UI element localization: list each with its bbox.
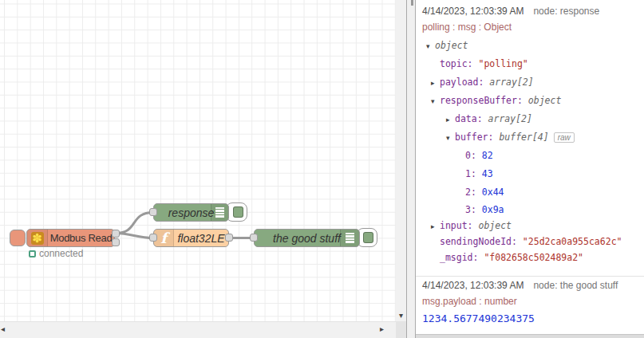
scrollbar-corner [396, 321, 406, 338]
debug-message[interactable]: 4/14/2023, 12:03:39 AMnode: response pol… [416, 0, 644, 277]
node-function-float32le[interactable]: f float32LE [153, 229, 229, 247]
tree-value: 0x9a [482, 204, 504, 215]
tree-key: buffer: [455, 132, 499, 143]
float32-output-port[interactable] [225, 234, 233, 242]
message-timestamp: 4/14/2023, 12:03:39 AM [422, 6, 523, 17]
collapse-arrow-icon[interactable]: ▾ [446, 129, 455, 147]
sidebar-splitter[interactable] [406, 0, 416, 338]
debug-icon-region [340, 230, 359, 246]
scroll-left-arrow-icon[interactable]: ◂ [1, 324, 5, 333]
tree-key: 2: [465, 187, 482, 198]
debug-tree-row[interactable]: ▸payload: array[2] [422, 73, 638, 92]
function-icon: f [160, 230, 167, 246]
message-payload-number: 1234.5677490234375 [422, 312, 638, 326]
scroll-right-arrow-icon[interactable]: ▸ [380, 324, 384, 333]
tree-key: 1: [465, 168, 482, 179]
modbus-icon-region: ✽ [27, 230, 48, 246]
debug-toggle-inner [363, 232, 373, 243]
node-debug-response[interactable]: response [153, 203, 229, 222]
tree-key: data: [455, 113, 488, 124]
tree-type: object [435, 40, 468, 51]
expand-arrow-icon[interactable]: ▸ [431, 218, 440, 234]
flow-canvas[interactable]: ✽ Modbus Read connected response f float… [0, 0, 396, 321]
tree-value: 43 [482, 168, 493, 179]
debug-lines-icon [346, 233, 354, 244]
tree-type: object [528, 95, 562, 106]
debug-tree-row[interactable]: ▸input: object [422, 218, 638, 234]
response-input-port[interactable] [149, 208, 157, 216]
tree-type: object [478, 220, 512, 231]
node-label: float32LE [174, 230, 228, 246]
modbus-icon: ✽ [31, 232, 44, 245]
tree-key: responseBuffer: [440, 95, 528, 106]
debug-toggle-response[interactable] [226, 202, 247, 222]
modbus-read-button[interactable] [10, 230, 26, 246]
debug-tree-row: _msgid: "f082658c502489a2" [422, 250, 638, 265]
message-source-node: node: response [533, 6, 599, 17]
expand-arrow-icon[interactable]: ▸ [431, 74, 440, 92]
float32-input-port[interactable] [149, 234, 157, 242]
debug-tree-row[interactable]: ▾object [422, 37, 638, 55]
raw-badge-button[interactable]: raw [554, 132, 575, 143]
debug-tree-row: sendingNodeId: "25d2ca0a955ca62c" [422, 234, 638, 250]
debug-tree-row: 1: 43 [422, 165, 638, 183]
wire-modbus-float32[interactable] [116, 234, 153, 238]
debug-tree-row: 0: 82 [422, 147, 638, 165]
tree-value: "25d2ca0a955ca62c" [523, 236, 622, 247]
splitter-thumb[interactable] [411, 0, 413, 6]
tree-type: array[2] [488, 113, 532, 124]
scroll-down-arrow-icon[interactable]: ▾ [396, 311, 406, 320]
tree-key: topic: [440, 58, 478, 69]
canvas-horizontal-scrollbar[interactable]: ◂ ▸ [0, 321, 396, 338]
message-meta: msg.payload : number [422, 295, 638, 308]
tree-key: input: [440, 220, 478, 231]
debug-tree-row: 3: 0x9a [422, 202, 638, 218]
debug-tree-row: 2: 0x44 [422, 183, 638, 202]
debug-icon-region [211, 204, 228, 221]
debug-tree-row[interactable]: ▾responseBuffer: object [422, 92, 638, 110]
tree-key: 3: [465, 204, 482, 215]
wire-modbus-response[interactable] [116, 213, 153, 234]
tree-value: "polling" [478, 58, 527, 69]
collapse-arrow-icon[interactable]: ▾ [431, 92, 440, 111]
tree-value: "f082658c502489a2" [484, 252, 583, 263]
debug-sidebar: 4/14/2023, 12:03:39 AMnode: response pol… [416, 0, 644, 338]
tree-key: payload: [440, 77, 489, 88]
modbus-output-port-2[interactable] [112, 238, 120, 246]
tree-value: 0x44 [482, 187, 504, 198]
expand-arrow-icon[interactable]: ▸ [446, 111, 455, 129]
tree-key: sendingNodeId: [440, 236, 523, 247]
status-label: connected [39, 248, 83, 259]
message-timestamp: 4/14/2023, 12:03:39 AM [422, 280, 523, 291]
node-modbus-read[interactable]: ✽ Modbus Read [26, 229, 115, 247]
debug-toggle-inner [233, 206, 243, 218]
tree-type: array[2] [489, 77, 533, 88]
debug-tree-row[interactable]: ▸data: array[2] [422, 110, 638, 128]
message-meta: polling : msg : Object [422, 21, 638, 33]
node-red-window: ✽ Modbus Read connected response f float… [0, 0, 644, 338]
goodstuff-input-port[interactable] [250, 234, 258, 242]
debug-message[interactable]: 4/14/2023, 12:03:39 AMnode: the good stu… [416, 277, 644, 332]
tree-key: _msgid: [440, 252, 484, 263]
modbus-output-port-1[interactable] [112, 230, 120, 238]
tree-key: 0: [465, 150, 482, 161]
status-dot-icon [29, 250, 36, 257]
modbus-status: connected [29, 248, 83, 259]
sidebar-bottom-strip [416, 334, 644, 338]
debug-tree-row: topic: "polling" [422, 55, 638, 73]
tree-type: buffer[4] [499, 132, 548, 143]
message-source-node: node: the good stuff [533, 280, 618, 291]
msg1-tree: ▾objecttopic: "polling"▸payload: array[2… [422, 37, 638, 265]
collapse-arrow-icon[interactable]: ▾ [426, 37, 435, 56]
tree-value: 82 [482, 150, 493, 161]
canvas-vertical-scrollbar[interactable]: ▾ [396, 0, 406, 321]
debug-lines-icon [215, 207, 224, 218]
node-label: Modbus Read [48, 230, 114, 246]
node-debug-goodstuff[interactable]: the good stuff [254, 229, 360, 247]
debug-tree-row[interactable]: ▾buffer: buffer[4]raw [422, 128, 638, 147]
wires [0, 0, 396, 321]
